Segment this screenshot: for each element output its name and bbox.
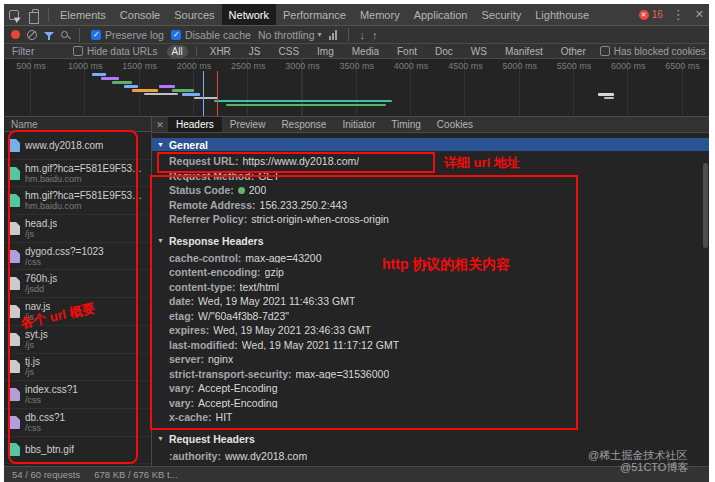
filter-pill-xhr[interactable]: XHR: [205, 45, 236, 58]
record-icon[interactable]: [11, 30, 20, 39]
divider: [48, 8, 49, 22]
request-row[interactable]: hm.gif?hca=F581E9F5393C...hm.baidu.com: [4, 187, 151, 215]
tab-memory[interactable]: Memory: [353, 4, 407, 25]
import-har-icon[interactable]: ↓: [360, 29, 366, 41]
request-row[interactable]: db.css?1/css: [4, 409, 151, 437]
request-path: /css: [25, 395, 78, 405]
filter-pill-css[interactable]: CSS: [274, 45, 305, 58]
header-row: Status Code:200: [152, 183, 709, 198]
clear-icon[interactable]: [27, 30, 37, 40]
request-text: www.dy2018.com: [25, 140, 103, 151]
disable-cache-checkbox[interactable]: Disable cache: [171, 29, 251, 41]
header-row: date:Wed, 19 May 2021 11:46:33 GMT: [152, 294, 709, 309]
timeline-tick-label: 2000 ms: [177, 61, 212, 71]
detail-tab-preview[interactable]: Preview: [222, 117, 274, 132]
request-path: /css: [25, 423, 65, 433]
tab-security[interactable]: Security: [474, 4, 528, 25]
throttling-dropdown[interactable]: No throttling ▾: [258, 29, 322, 41]
scrollbar-thumb[interactable]: [703, 163, 708, 248]
header-value: www.dy2018.com: [225, 451, 307, 462]
js-file-icon: [9, 277, 20, 290]
header-value: https://www.dy2018.com/: [242, 156, 359, 167]
header-key: x-cache:: [169, 412, 212, 423]
header-value: Accept-Encoding: [198, 398, 277, 409]
request-path: hm.baidu.com: [25, 174, 146, 184]
export-har-icon[interactable]: ↑: [372, 29, 378, 41]
request-text: hm.gif?hca=F581E9F5393C...hm.baidu.com: [25, 190, 146, 211]
filter-pill-font[interactable]: Font: [392, 45, 422, 58]
inspect-cursor-icon: [9, 10, 19, 20]
waterfall-bar: [604, 97, 614, 99]
filter-pill-all[interactable]: All: [167, 45, 188, 58]
filter-pill-media[interactable]: Media: [347, 45, 384, 58]
section-header-request-headers[interactable]: ▼Request Headers: [152, 432, 709, 446]
request-row[interactable]: tj.js/js: [4, 354, 151, 382]
header-value: gzip: [265, 267, 284, 278]
detail-tab-headers[interactable]: Headers: [168, 117, 222, 132]
tab-elements[interactable]: Elements: [53, 4, 113, 25]
header-row: Request URL:https://www.dy2018.com/: [152, 154, 709, 169]
timeline-tick-label: 5000 ms: [502, 61, 537, 71]
filter-input[interactable]: [12, 46, 64, 57]
request-row[interactable]: bbs_btn.gif: [4, 437, 151, 465]
request-row[interactable]: index.css?1/css: [4, 381, 151, 409]
filter-pill-ws[interactable]: WS: [466, 45, 492, 58]
request-row[interactable]: syt.js/js: [4, 326, 151, 354]
tab-lighthouse[interactable]: Lighthouse: [528, 4, 596, 25]
request-row[interactable]: hm.gif?hca=F581E9F5393C...hm.baidu.com: [4, 160, 151, 188]
tab-sources[interactable]: Sources: [167, 4, 221, 25]
request-name: hm.gif?hca=F581E9F5393C...: [25, 163, 146, 174]
disclosure-triangle-icon: ▼: [157, 141, 164, 148]
network-conditions-icon[interactable]: [329, 30, 337, 40]
header-row: content-type:text/html: [152, 280, 709, 295]
tab-console[interactable]: Console: [113, 4, 167, 25]
request-row[interactable]: head.js/js: [4, 215, 151, 243]
close-icon[interactable]: ✕: [690, 4, 709, 25]
filter-pill-js[interactable]: JS: [244, 45, 266, 58]
waterfall-bar: [101, 77, 119, 80]
filter-pill-doc[interactable]: Doc: [430, 45, 458, 58]
css-file-icon: [9, 250, 20, 263]
has-blocked-cookies-checkbox[interactable]: Has blocked cookies: [600, 46, 706, 57]
device-toolbar-icon[interactable]: [24, 4, 44, 25]
device-icon: [32, 9, 39, 20]
section-header-general[interactable]: ▼General: [152, 138, 709, 151]
preserve-log-label: Preserve log: [105, 29, 164, 41]
section-rows: cache-control:max-age=43200content-encod…: [152, 251, 709, 425]
img-file-icon: [9, 167, 20, 180]
tab-network[interactable]: Network: [222, 4, 276, 25]
close-detail-icon[interactable]: ✕: [152, 120, 168, 130]
request-row[interactable]: nav.js/js: [4, 298, 151, 326]
detail-tab-initiator[interactable]: Initiator: [334, 117, 383, 132]
request-path: /js: [25, 229, 57, 239]
request-row[interactable]: dygod.css?=1023/css: [4, 243, 151, 271]
hide-data-urls-checkbox[interactable]: Hide data URLs: [73, 46, 158, 57]
preserve-log-checkbox[interactable]: Preserve log: [91, 29, 164, 41]
search-icon[interactable]: [61, 31, 68, 38]
waterfall-bar: [598, 93, 614, 96]
request-row[interactable]: www.dy2018.com: [4, 132, 151, 160]
checkbox-icon: [73, 46, 83, 56]
tab-performance[interactable]: Performance: [276, 4, 353, 25]
waterfall-bar: [159, 85, 175, 88]
request-row[interactable]: 760h.js/jsdd: [4, 270, 151, 298]
detail-tab-response[interactable]: Response: [273, 117, 334, 132]
chevron-down-icon: ▾: [318, 30, 322, 39]
detail-tab-cookies[interactable]: Cookies: [429, 117, 481, 132]
inspect-element-icon[interactable]: [4, 4, 24, 25]
main-tab-bar: ElementsConsoleSourcesNetworkPerformance…: [4, 4, 709, 26]
filter-icon[interactable]: [44, 32, 54, 37]
network-overview-timeline[interactable]: 500 ms1000 ms1500 ms2000 ms2500 ms3000 m…: [4, 59, 709, 117]
kebab-menu-icon[interactable]: ⋮: [667, 4, 690, 25]
request-list-panel: Name www.dy2018.comhm.gif?hca=F581E9F539…: [4, 117, 152, 466]
detail-tab-timing[interactable]: Timing: [383, 117, 429, 132]
header-key: content-encoding:: [169, 267, 261, 278]
error-count-badge[interactable]: ✕ 16: [635, 9, 667, 20]
section-header-response-headers[interactable]: ▼Response Headers: [152, 234, 709, 248]
tab-application[interactable]: Application: [407, 4, 475, 25]
name-column-header[interactable]: Name: [4, 117, 151, 132]
filter-pill-other[interactable]: Other: [556, 45, 591, 58]
filter-pill-manifest[interactable]: Manifest: [500, 45, 548, 58]
section-title: General: [169, 139, 208, 151]
filter-pill-img[interactable]: Img: [312, 45, 339, 58]
